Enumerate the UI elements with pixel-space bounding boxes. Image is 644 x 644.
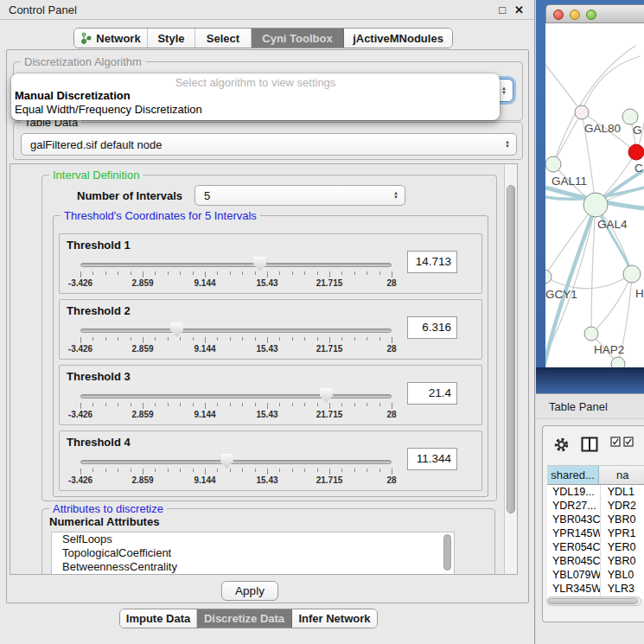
tab-select[interactable]: Select [195,29,252,48]
table-cell: YLR3 [601,582,644,596]
slider-tick [379,271,380,275]
control-panel-tabbar: NetworkStyleSelectCyni ToolboxjActiveMNo… [73,28,453,48]
network-node-hap2[interactable] [584,327,598,341]
close-window-icon[interactable]: ✕ [514,2,524,18]
threshold-value-field[interactable]: 14.713 [407,251,457,273]
slider-tick [217,337,218,341]
network-node-gal80[interactable] [575,105,589,119]
vertical-scrollbar-thumb[interactable] [507,185,515,513]
table-row[interactable]: YPR145WYPR1 [547,526,644,540]
settings-icon[interactable] [553,437,570,453]
checkbox-checked-icon[interactable] [610,437,621,450]
network-canvas[interactable]: GAL80GCGAL11GAL4GCY1HHAP2 [545,23,644,367]
network-node-gal11[interactable] [545,156,561,172]
table-row[interactable]: YDR27...YDR2 [547,499,644,513]
threshold-value-field[interactable]: 6.316 [407,316,457,339]
slider-tick [392,271,392,277]
slider-tick [379,403,380,406]
slider-tick [92,337,93,341]
table-row[interactable]: YDL19...YDL1 [547,485,644,499]
slider-tick [92,469,93,472]
network-node-gcy1[interactable] [545,270,552,284]
tab-network[interactable]: Network [74,29,148,48]
algorithm-option[interactable]: Manual Discretization [11,89,500,103]
attribute-list-item[interactable]: TopologicalCoefficient [52,546,454,560]
table-row[interactable]: YLR345WYLR3 [547,582,644,596]
node-attribute-table[interactable]: shared...naYDL19...YDL1YDR27...YDR2YBR04… [547,465,644,599]
threshold-slider-track[interactable] [80,460,392,464]
slider-tick [143,469,143,475]
apply-button[interactable]: Apply [221,581,278,601]
column-header[interactable]: na [599,466,644,484]
threshold-value-field[interactable]: 11.344 [407,448,457,470]
table-row[interactable]: YBR043CYBR0 [547,513,644,526]
tab-infer-network[interactable]: Infer Network [292,609,377,628]
network-node-gal4[interactable] [583,193,608,217]
threshold-slider-track[interactable] [80,263,392,267]
checkbox-checked-icon[interactable] [623,437,634,450]
tab-label: Style [157,32,184,45]
table-row[interactable]: YER054CYER0 [547,540,644,554]
threshold-label: Threshold 3 [67,370,131,383]
slider-tick [279,403,280,406]
tab-impute-data[interactable]: Impute Data [120,609,197,628]
slider-tick [317,337,318,341]
algorithm-option[interactable]: Equal Width/Frequency Discretization [11,103,500,117]
slider-tick [329,337,330,343]
number-of-intervals-combobox[interactable]: 5 ▲▼ [194,185,405,206]
slider-tick-label: 28 [386,278,396,288]
checkbox-checked-icon[interactable] [623,437,634,447]
slider-tick [367,337,367,341]
threshold-slider-thumb[interactable] [220,454,233,469]
attribute-list-item[interactable]: SelfLoops [52,532,454,546]
table-panel-title: Table Panel [549,400,608,413]
horizontal-scrollbar-thumb[interactable] [548,598,638,604]
slider-tick-label: 9.144 [194,410,215,419]
tab-discretize-data[interactable]: Discretize Data [197,609,292,628]
vertical-scrollbar[interactable] [504,164,517,574]
attribute-list-item[interactable]: BetweennessCentrality [52,560,454,574]
network-window-frame-bottom [536,367,644,393]
numerical-attributes-list[interactable]: SelfLoopsTopologicalCoefficientBetweenne… [51,532,455,575]
table-data-combobox[interactable]: galFiltered.sif default node ▲▼ [21,133,517,156]
list-scrollbar[interactable] [443,534,452,573]
split-view-icon[interactable] [581,437,598,452]
settings-icon[interactable] [553,437,570,456]
threshold-slider-thumb[interactable] [170,322,183,337]
float-window-icon[interactable]: □ [499,2,506,18]
checkbox-checked-icon[interactable] [610,437,621,447]
slider-tick-label: 21.715 [316,278,343,288]
slider-tick [304,271,305,275]
zoom-traffic-light-icon[interactable] [586,10,596,20]
tab-style[interactable]: Style [148,29,195,48]
table-row[interactable]: YBL079WYBL0 [547,568,644,582]
list-scrollbar-thumb[interactable] [443,534,451,571]
tab-jactivemnodules[interactable]: jActiveMNodules [344,29,452,48]
horizontal-scrollbar[interactable] [546,596,641,606]
threshold-slider-thumb[interactable] [253,257,266,271]
slider-tick [379,469,380,472]
threshold-slider-thumb[interactable] [320,388,333,403]
chevron-updown-icon: ▲▼ [393,191,399,200]
table-cell: YBR043C [547,513,601,526]
network-node-c[interactable] [628,144,644,160]
network-node-g[interactable] [622,109,638,124]
table-row[interactable]: YBR045CYBR0 [547,554,644,568]
slider-tick [155,337,156,341]
slider-tick [180,469,181,472]
network-node[interactable] [611,357,625,367]
interval-definition-label: Interval Definition [49,169,143,182]
slider-tick [80,337,81,343]
network-node-h[interactable] [623,265,641,283]
threshold-slider-track[interactable] [80,328,392,333]
close-traffic-light-icon[interactable] [553,10,564,20]
threshold-slider-track[interactable] [80,394,392,399]
threshold-value-field[interactable]: 21.4 [407,382,457,405]
minimize-traffic-light-icon[interactable] [570,10,580,20]
split-view-icon[interactable] [581,437,598,455]
slider-tick-label: 2.859 [131,344,153,354]
column-header[interactable]: shared... [547,466,599,484]
tab-cyni-toolbox[interactable]: Cyni Toolbox [252,29,344,48]
network-edge [545,205,596,277]
table-cell: YBR045C [547,554,601,568]
